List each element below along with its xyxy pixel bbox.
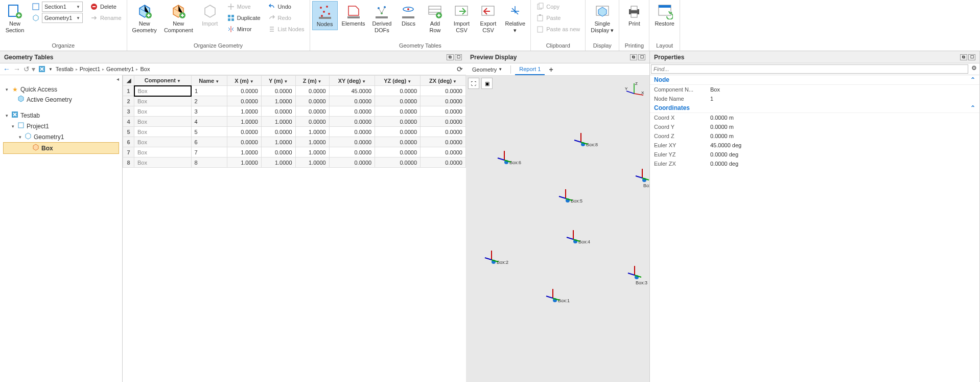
- new-section-button[interactable]: New Section: [2, 1, 28, 36]
- table-row[interactable]: 8Box81.00001.00001.00000.00000.00000.000…: [123, 158, 466, 168]
- relative-button[interactable]: Relative▾: [502, 1, 528, 36]
- new-geometry-button[interactable]: New Geometry: [129, 1, 160, 36]
- col-y[interactable]: Y (m)▼: [261, 76, 295, 86]
- preview-node[interactable]: Box:7: [642, 178, 649, 188]
- fit-view-button[interactable]: ▣: [481, 78, 493, 89]
- col-xy[interactable]: XY (deg)▼: [329, 76, 375, 86]
- redo-button[interactable]: Redo: [265, 12, 308, 24]
- print-button[interactable]: Print: [621, 1, 647, 29]
- discs-button[interactable]: Discs: [395, 1, 421, 29]
- restore-button[interactable]: Restore: [651, 1, 678, 29]
- import-csv-button[interactable]: Import CSV: [449, 1, 474, 36]
- table-row[interactable]: 5Box50.00000.00001.00000.00000.00000.000…: [123, 127, 466, 137]
- copy-button[interactable]: Copy: [533, 1, 583, 12]
- tree-project1[interactable]: ▾Project1: [3, 121, 119, 131]
- table-row[interactable]: 1Box10.00000.00000.000045.00000.00000.00…: [123, 86, 466, 96]
- preview-node[interactable]: Box:6: [504, 160, 521, 165]
- svg-text:X: X: [641, 91, 644, 95]
- delete-button[interactable]: Delete: [87, 1, 125, 12]
- tree-box[interactable]: Box: [3, 142, 119, 154]
- preview-node[interactable]: Box:4: [573, 239, 590, 244]
- new-component-button[interactable]: New Component: [161, 1, 196, 36]
- preview-node[interactable]: Box:3: [635, 275, 649, 285]
- preview-tab-geometry[interactable]: Geometry▼: [468, 64, 506, 75]
- col-name[interactable]: Name▼: [191, 76, 227, 86]
- col-z[interactable]: Z (m)▼: [295, 76, 329, 86]
- collapse-tree-icon[interactable]: ◂: [0, 75, 122, 83]
- undo-icon: [268, 3, 276, 11]
- panel-max-icon[interactable]: ☐: [638, 54, 645, 60]
- list-nodes-button[interactable]: List Nodes: [265, 24, 308, 35]
- properties-settings-icon[interactable]: ⚙: [969, 64, 978, 74]
- tree-geometry1[interactable]: ▾Geometry1: [3, 131, 119, 142]
- props-row[interactable]: Coord Y0.0000 m: [650, 122, 979, 131]
- preview-tab-add[interactable]: +: [549, 65, 553, 74]
- preview-tab-report[interactable]: Report 1: [515, 64, 545, 75]
- duplicate-button[interactable]: Duplicate: [224, 12, 264, 24]
- preview-node[interactable]: Box:1: [553, 298, 570, 303]
- section-dropdown[interactable]: Section1▼: [29, 1, 86, 12]
- props-row[interactable]: Coord X0.0000 m: [650, 113, 979, 122]
- table-corner[interactable]: ◢: [123, 76, 134, 86]
- zoom-extents-button[interactable]: ⛶: [468, 78, 479, 89]
- undo-button[interactable]: Undo: [265, 1, 308, 12]
- derived-dofs-button[interactable]: Derived DOFs: [369, 1, 394, 36]
- preview-canvas[interactable]: ⛶ ▣ Z X Y Box:1Box:2Box:3Box:4Box:5Box:6…: [466, 76, 649, 382]
- svg-line-61: [566, 198, 572, 200]
- panel-tab-icon[interactable]: ⧉: [630, 54, 637, 60]
- geometry-dropdown[interactable]: Geometry1▼: [29, 12, 86, 24]
- move-icon: [227, 3, 235, 11]
- preview-node[interactable]: Box:5: [566, 198, 582, 204]
- ribbon-group-geometry-tables: Nodes Elements Derived DOFs Discs Add Ro…: [310, 0, 531, 51]
- props-row[interactable]: Node Name1: [650, 94, 979, 103]
- properties-panel: Properties ⧉☐ ⚙ Node⌃ Component N...Box …: [650, 51, 980, 382]
- props-row[interactable]: Coord Z0.0000 m: [650, 131, 979, 141]
- export-csv-button[interactable]: Export CSV: [475, 1, 501, 36]
- move-button[interactable]: Move: [224, 1, 264, 12]
- props-section-node[interactable]: Node⌃: [650, 75, 979, 85]
- panel-tab-icon[interactable]: ⧉: [960, 54, 967, 60]
- panel-max-icon[interactable]: ☐: [968, 54, 975, 60]
- add-row-button[interactable]: Add Row: [422, 1, 448, 36]
- tree-active-geometry[interactable]: Active Geometry: [3, 94, 119, 105]
- nav-back-icon[interactable]: ←: [3, 65, 10, 73]
- preview-node[interactable]: Box:8: [581, 142, 598, 147]
- paste-as-new-button[interactable]: Paste as new: [533, 24, 583, 35]
- paste-button[interactable]: Paste: [533, 12, 583, 24]
- panel-tab-icon[interactable]: ⧉: [447, 54, 454, 60]
- col-yz[interactable]: YZ (deg)▼: [375, 76, 421, 86]
- mirror-button[interactable]: Mirror: [224, 24, 264, 35]
- rename-button[interactable]: Rename: [87, 12, 125, 24]
- tree-testlab[interactable]: ▾Testlab: [3, 110, 119, 121]
- properties-find-input[interactable]: [651, 64, 968, 74]
- breadcrumb-item[interactable]: Box: [140, 66, 150, 72]
- breadcrumb-item[interactable]: Project1: [80, 66, 100, 72]
- nav-forward-icon[interactable]: →: [13, 65, 20, 73]
- single-display-button[interactable]: Single Display ▾: [588, 1, 617, 36]
- props-row[interactable]: Euler ZX0.0000 deg: [650, 159, 979, 168]
- col-zx[interactable]: ZX (deg)▼: [421, 76, 466, 86]
- breadcrumb-item[interactable]: Testlab: [56, 66, 74, 72]
- props-row[interactable]: Component N...Box: [650, 85, 979, 94]
- props-row[interactable]: Euler YZ0.0000 deg: [650, 150, 979, 159]
- elements-button[interactable]: Elements: [339, 1, 368, 29]
- table-row[interactable]: 7Box71.00000.00001.00000.00000.00000.000…: [123, 147, 466, 158]
- props-section-coordinates[interactable]: Coordinates⌃: [650, 103, 979, 113]
- table-row[interactable]: 3Box31.00000.00000.00000.00000.00000.000…: [123, 106, 466, 117]
- redo-icon: [268, 14, 276, 22]
- col-x[interactable]: X (m)▼: [227, 76, 261, 86]
- panel-max-icon[interactable]: ☐: [455, 54, 462, 60]
- table-row[interactable]: 6Box60.00001.00001.00000.00000.00000.000…: [123, 137, 466, 147]
- table-row[interactable]: 2Box20.00001.00000.00000.00000.00000.000…: [123, 96, 466, 106]
- refresh-icon[interactable]: ⟳: [457, 65, 463, 73]
- col-component[interactable]: Component▼: [134, 76, 192, 86]
- tree-quick-access[interactable]: ▾★Quick Access: [3, 85, 119, 94]
- nav-history-icon[interactable]: ↺ ▾: [24, 65, 35, 73]
- new-section-icon: [7, 3, 23, 19]
- import-button[interactable]: Import: [197, 1, 223, 29]
- breadcrumb-item[interactable]: Geometry1: [106, 66, 134, 72]
- props-row[interactable]: Euler XY45.0000 deg: [650, 141, 979, 150]
- nodes-button[interactable]: Nodes: [312, 1, 338, 30]
- preview-node[interactable]: Box:2: [492, 260, 508, 265]
- table-row[interactable]: 4Box41.00001.00000.00000.00000.00000.000…: [123, 117, 466, 127]
